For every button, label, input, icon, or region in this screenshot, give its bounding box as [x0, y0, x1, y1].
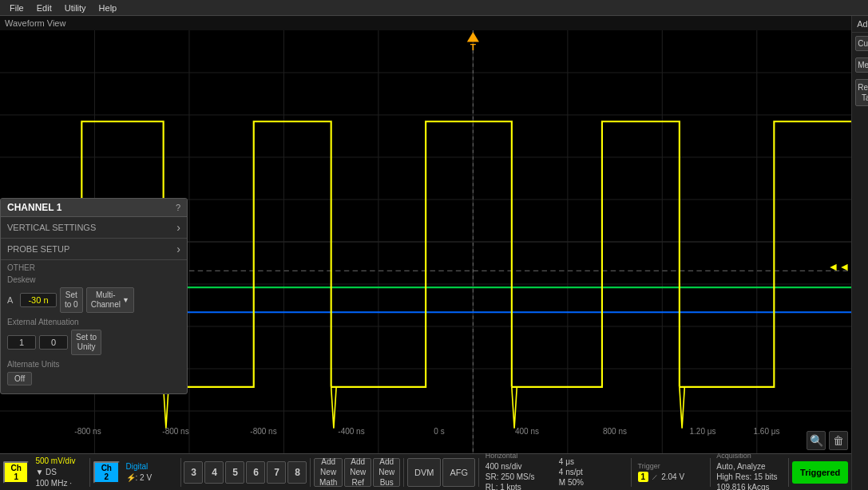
probe-setup-arrow: › [176, 243, 180, 255]
svg-text:T: T [470, 41, 476, 52]
acq-line3: 109.816 kAcqs [716, 482, 782, 490]
time-label-8: 1.60 μs [753, 427, 779, 436]
menu-help[interactable]: Help [93, 2, 124, 14]
channel-panel-header: CHANNEL 1 ? [1, 199, 187, 217]
ch1-button[interactable]: Ch 1 [3, 461, 29, 484]
horiz-r-line1: 4 μs [559, 456, 624, 467]
add-bus-line1: Add [379, 456, 394, 467]
vertical-settings-section[interactable]: VERTICAL SETTINGS › [1, 217, 187, 239]
add-new-ref-button[interactable]: Add New Ref [344, 458, 371, 487]
delete-icon-btn[interactable]: 🗑 [829, 431, 848, 450]
vertical-settings-arrow: › [176, 221, 180, 234]
add-ref-line1: Add [351, 456, 365, 467]
dvm-button[interactable]: DVM [407, 458, 441, 487]
alt-units-label: Alternate Units [7, 360, 180, 369]
acq-line1: Auto, Analyze [716, 461, 782, 472]
num-btn-4[interactable]: 4 [204, 461, 224, 484]
ch2-line1: Digital [126, 461, 172, 472]
time-label-0: 0 s [434, 427, 444, 436]
divider-6 [631, 458, 632, 487]
divider-5 [478, 458, 479, 487]
ch2-info: Digital ⚡: 2 V [121, 460, 177, 485]
num-btn-8[interactable]: 8 [287, 461, 307, 484]
deskew-ch-label: A [7, 295, 17, 305]
waveform-bottom-icons: 🔍 🗑 [807, 431, 848, 450]
ch2-line2: ⚡: 2 V [126, 472, 172, 484]
horiz-line1: 400 ns/div [486, 461, 551, 472]
ch1-line2: ▼ DS [35, 467, 81, 478]
probe-setup-label: PROBE SETUP [7, 244, 69, 254]
divider-8 [788, 458, 789, 487]
triggered-button[interactable]: Triggered [792, 461, 848, 484]
probe-setup-section[interactable]: PROBE SETUP › [1, 239, 187, 260]
ch1-line1: 500 mV/div [35, 456, 81, 467]
num-btn-5[interactable]: 5 [225, 461, 244, 484]
acquisition-section: Acquisition Auto, Analyze High Res: 15 b… [713, 450, 785, 490]
ch1-line3: 100 MHz · [35, 478, 81, 489]
right-btn-row-3: Results Table Plot [852, 76, 868, 109]
divider-3 [310, 458, 311, 487]
add-math-line2: New [320, 467, 336, 477]
menu-edit[interactable]: Edit [30, 2, 58, 14]
set-to-0-button[interactable]: Set to 0 [60, 287, 83, 313]
channel-panel: CHANNEL 1 ? VERTICAL SETTINGS › PROBE SE… [0, 198, 188, 394]
deskew-label: Deskew [7, 275, 180, 284]
time-label-4: -400 ns [338, 427, 364, 436]
status-bar: Ch 1 500 mV/div ▼ DS 100 MHz · Ch 2 Digi… [0, 453, 851, 490]
ext-att-value1[interactable] [7, 335, 36, 350]
results-table-button[interactable]: Results Table [855, 79, 868, 106]
add-new-bus-button[interactable]: Add New Bus [373, 458, 400, 487]
trigger-slope-icon: ⟋ [651, 472, 659, 481]
measure-button[interactable]: Measure [855, 57, 868, 73]
divider-7 [710, 458, 711, 487]
cursors-button[interactable]: Cursors [855, 36, 868, 51]
main-layout: Waveform View [0, 16, 868, 490]
time-label-5: 400 ns [515, 427, 539, 436]
divider-4 [403, 458, 404, 487]
horizontal-right-section: 4 μs 4 ns/pt M 50% [556, 455, 628, 489]
right-btn-row-2: Measure Search [852, 54, 868, 76]
horiz-r-line2: 4 ns/pt [559, 467, 624, 477]
menu-utility[interactable]: Utility [58, 2, 93, 14]
ch1-info: 500 mV/div ▼ DS 100 MHz · [30, 454, 86, 491]
set-to-unity-button[interactable]: Set to Unity [71, 330, 101, 355]
waveform-title: Waveform View [0, 16, 851, 30]
alternate-units-toggle[interactable]: Off [7, 372, 32, 385]
svg-marker-21 [467, 32, 479, 41]
trigger-value: 2.04 V [661, 472, 684, 482]
time-label-7: 1.20 μs [689, 427, 715, 436]
zoom-icon-btn[interactable]: 🔍 [807, 431, 826, 450]
num-btn-7[interactable]: 7 [267, 461, 286, 484]
add-bus-line2: New [379, 467, 394, 477]
add-bus-line3: Bus [380, 477, 394, 488]
divider-2 [180, 458, 181, 487]
deskew-value-input[interactable] [20, 293, 57, 307]
right-cursor-arrow[interactable]: ◄◄ [828, 260, 850, 273]
waveform-area: Waveform View [0, 16, 851, 490]
other-label: OTHER [1, 260, 187, 274]
channel-panel-title: CHANNEL 1 [7, 202, 61, 213]
afg-button[interactable]: AFG [442, 458, 475, 487]
horiz-line3: RL: 1 kpts [486, 482, 551, 490]
ch2-button[interactable]: Ch 2 [93, 461, 119, 484]
num-btn-3[interactable]: 3 [184, 461, 203, 484]
trigger-section: Trigger 1 ⟋ 2.04 V [635, 460, 707, 484]
time-label-1: -800 ns [74, 427, 101, 436]
right-panel-header: Add New... [852, 16, 868, 33]
right-btn-row-1: Cursors Note [852, 33, 868, 54]
horizontal-section: Horizontal 400 ns/div SR: 250 MS/s RL: 1… [482, 450, 554, 490]
time-label-2: -800 ns [162, 427, 188, 436]
menu-bar: File Edit Utility Help [0, 0, 868, 16]
time-label-6: 800 ns [603, 427, 627, 436]
acq-line2: High Res: 15 bits [716, 472, 782, 482]
horiz-line2: SR: 250 MS/s [486, 472, 551, 482]
add-new-math-button[interactable]: Add New Math [314, 458, 343, 487]
num-btn-6[interactable]: 6 [246, 461, 265, 484]
horiz-r-line3: M 50% [559, 477, 624, 488]
multi-channel-button[interactable]: Multi-Channel ▼ [86, 287, 134, 313]
divider-1 [89, 458, 90, 487]
channel-panel-help[interactable]: ? [176, 203, 180, 212]
menu-file[interactable]: File [3, 2, 30, 14]
waveform-canvas[interactable]: T -800 ns -800 ns -800 ns -400 ns 0 s 40… [0, 30, 851, 453]
ext-att-value2[interactable] [39, 335, 68, 350]
